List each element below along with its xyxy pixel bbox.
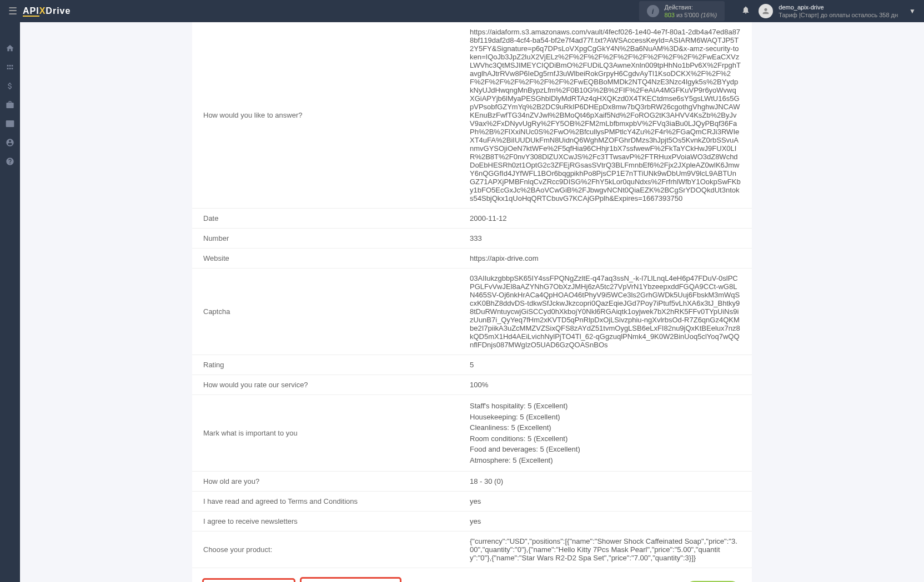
row-label: Mark what is important to you: [192, 395, 459, 472]
sidebar-help[interactable]: [0, 152, 20, 171]
table-row: How would you like to answer?https://aid…: [192, 22, 752, 209]
user-info[interactable]: demo_apix-drive Тариф |Старт| до оплаты …: [779, 3, 898, 19]
top-header: ☰ APIXDrive i Действия: 803 из 5'000 (16…: [0, 0, 924, 22]
chevron-down-icon[interactable]: ▼: [909, 7, 916, 15]
row-label: Rating: [192, 355, 459, 375]
row-value: https://apix-drive.com: [459, 249, 752, 269]
row-value: 18 - 30 (0): [459, 472, 752, 492]
row-value: Staff's hospitality: 5 (Excellent)Housek…: [459, 395, 752, 472]
table-row: How would you rate our service?100%: [192, 375, 752, 395]
logo-x: X: [39, 6, 46, 16]
row-label: I have read and agreed to Terms and Cond…: [192, 492, 459, 512]
data-panel: How would you like to answer?https://aid…: [192, 22, 752, 582]
actions-counter[interactable]: i Действия: 803 из 5'000 (16%): [639, 1, 725, 22]
table-row: Date2000-11-12: [192, 209, 752, 229]
row-value: 2000-11-12: [459, 209, 752, 229]
row-label: Number: [192, 229, 459, 249]
logo[interactable]: APIXDrive: [23, 6, 71, 16]
menu-toggle-icon[interactable]: ☰: [8, 5, 17, 17]
sidebar-billing[interactable]: [0, 77, 20, 95]
logo-api: API: [23, 6, 39, 17]
row-label: How would you rate our service?: [192, 375, 459, 395]
table-row: Number333: [192, 229, 752, 249]
logo-drive: Drive: [46, 6, 71, 16]
row-label: I agree to receive newsletters: [192, 512, 459, 532]
table-row: Rating5: [192, 355, 752, 375]
table-row: Mark what is important to youStaff's hos…: [192, 395, 752, 472]
data-table: How would you like to answer?https://aid…: [192, 22, 752, 568]
row-value: https://aidaform.s3.amazonaws.com/vault/…: [459, 22, 752, 209]
edit-button[interactable]: Редактировать: [203, 579, 294, 582]
row-value: 333: [459, 229, 752, 249]
row-label: Website: [192, 249, 459, 269]
sidebar-profile[interactable]: [0, 133, 20, 152]
table-row: I have read and agreed to Terms and Cond…: [192, 492, 752, 512]
row-value: yes: [459, 512, 752, 532]
info-icon: i: [647, 5, 659, 17]
actions-count: 803: [665, 12, 675, 18]
table-row: Choose your product:{"currency":"USD","p…: [192, 532, 752, 568]
row-value: 03AIIukzgbbpSK65IY4ssFPQNgZzltE-q47aq3ss…: [459, 269, 752, 355]
row-label: Captcha: [192, 269, 459, 355]
sidebar-youtube[interactable]: [0, 114, 20, 133]
sidebar-briefcase[interactable]: [0, 95, 20, 114]
row-label: Date: [192, 209, 459, 229]
row-value: yes: [459, 492, 752, 512]
bell-icon[interactable]: [741, 6, 750, 17]
table-row: I agree to receive newslettersyes: [192, 512, 752, 532]
row-label: How old are you?: [192, 472, 459, 492]
user-avatar[interactable]: [759, 4, 773, 18]
row-value: 5: [459, 355, 752, 375]
table-row: How old are you?18 - 30 (0): [192, 472, 752, 492]
row-label: How would you like to answer?: [192, 22, 459, 209]
sidebar-home[interactable]: [0, 39, 20, 58]
sidebar-connections[interactable]: [0, 58, 20, 77]
table-row: Websitehttps://apix-drive.com: [192, 249, 752, 269]
actions-label: Действия:: [665, 3, 717, 11]
sidebar: [0, 22, 20, 582]
row-value: {"currency":"USD","positions":[{"name":"…: [459, 532, 752, 568]
table-row: Captcha03AIIukzgbbpSK65IY4ssFPQNgZzltE-q…: [192, 269, 752, 355]
footer-actions: Редактировать Загрузить тестовые данные …: [192, 568, 752, 582]
user-name: demo_apix-drive: [779, 3, 898, 11]
user-tariff: Тариф |Старт| до оплаты осталось 358 дн: [779, 11, 898, 19]
download-test-data-button[interactable]: Загрузить тестовые данные из AidaForm: [301, 578, 400, 582]
row-value: 100%: [459, 375, 752, 395]
row-label: Choose your product:: [192, 532, 459, 568]
